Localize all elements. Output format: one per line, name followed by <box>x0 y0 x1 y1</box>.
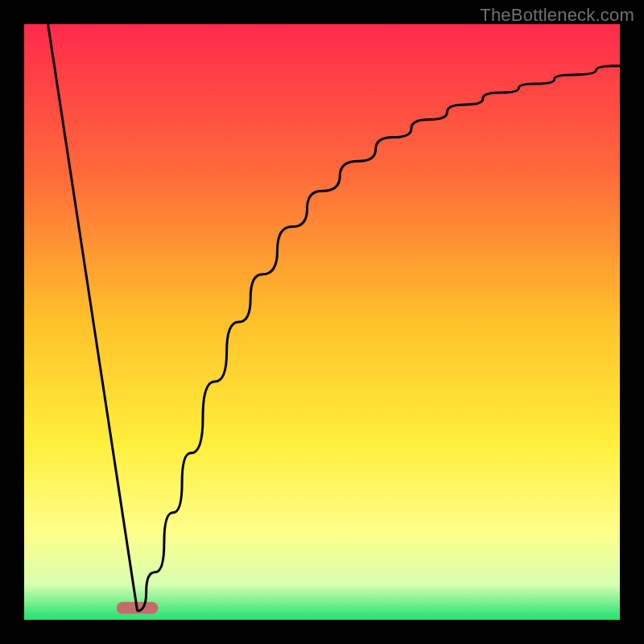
gradient-backdrop <box>24 24 620 620</box>
bottleneck-chart <box>24 24 620 620</box>
chart-frame: TheBottleneck.com <box>0 0 644 644</box>
watermark-label: TheBottleneck.com <box>480 5 634 26</box>
